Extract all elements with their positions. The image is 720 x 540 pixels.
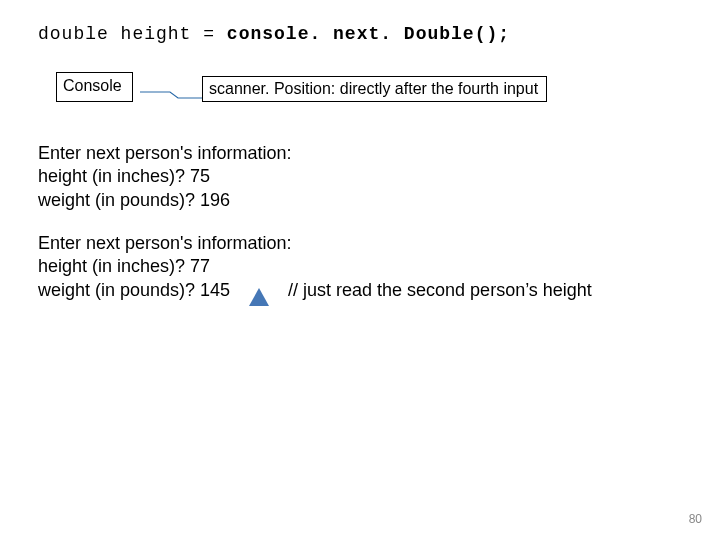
code-bold: console. next. Double(); <box>227 24 510 44</box>
connector-line <box>140 88 202 90</box>
pointer-arrow-icon <box>249 288 269 306</box>
block1-line1: Enter next person's information: <box>38 142 292 165</box>
scanner-position-text: scanner. Position: directly after the fo… <box>209 80 538 97</box>
code-line: double height = console. next. Double(); <box>38 24 510 44</box>
block2-line1: Enter next person's information: <box>38 232 292 255</box>
inline-comment: // just read the second person’s height <box>288 280 592 301</box>
block2-line2: height (in inches)? 77 <box>38 255 292 278</box>
console-output-block-1: Enter next person's information: height … <box>38 142 292 212</box>
block1-line3: weight (in pounds)? 196 <box>38 189 292 212</box>
console-label: Console <box>63 77 122 94</box>
code-prefix: double height = <box>38 24 227 44</box>
console-label-box: Console <box>56 72 133 102</box>
scanner-position-box: scanner. Position: directly after the fo… <box>202 76 547 102</box>
block1-line2: height (in inches)? 75 <box>38 165 292 188</box>
page-number: 80 <box>689 512 702 526</box>
